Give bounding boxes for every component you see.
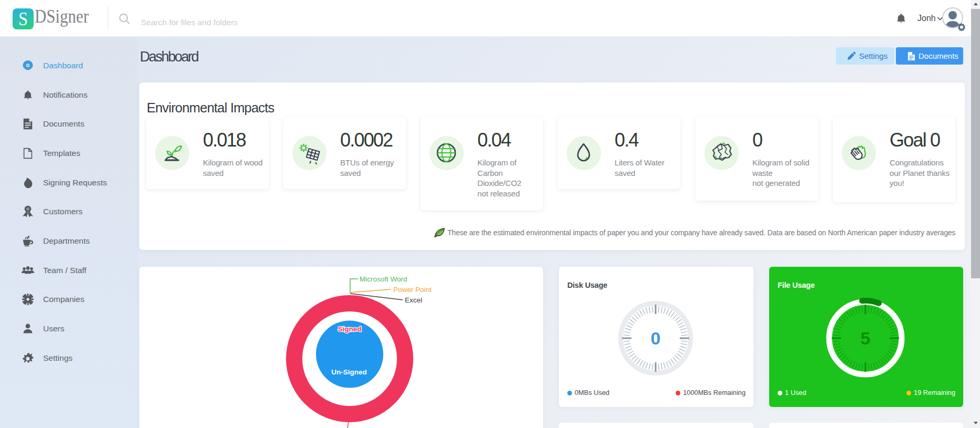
svg-text:0: 0 <box>651 328 661 348</box>
svg-text:Microsoft Word: Microsoft Word <box>360 275 407 283</box>
svg-text:Power Point: Power Point <box>393 286 432 294</box>
svg-text:Excel: Excel <box>405 296 422 304</box>
svg-text:Un-Signed: Un-Signed <box>331 368 367 376</box>
svg-text:5: 5 <box>861 328 871 348</box>
svg-text:Signed: Signed <box>338 325 361 333</box>
